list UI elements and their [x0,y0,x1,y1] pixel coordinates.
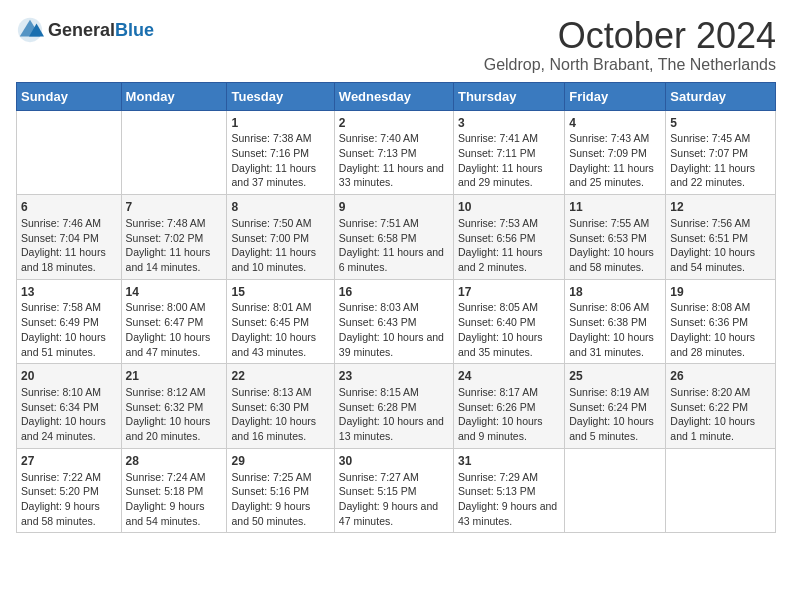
day-number: 11 [569,199,661,216]
day-info-line: Sunrise: 7:46 AM [21,216,117,231]
day-info-line: Daylight: 10 hours and 47 minutes. [126,330,223,359]
day-info-line: Daylight: 9 hours and 50 minutes. [231,499,329,528]
day-number: 5 [670,115,771,132]
day-info-line: Sunset: 6:45 PM [231,315,329,330]
calendar-header-row: SundayMondayTuesdayWednesdayThursdayFrid… [17,82,776,110]
day-info-line: Sunrise: 7:25 AM [231,470,329,485]
day-info-line: Sunset: 7:04 PM [21,231,117,246]
weekday-header-cell: Wednesday [334,82,453,110]
day-info-line: Sunset: 5:16 PM [231,484,329,499]
calendar-cell [121,110,227,195]
calendar-cell [666,448,776,533]
day-info-line: Daylight: 10 hours and 51 minutes. [21,330,117,359]
calendar-week-row: 6Sunrise: 7:46 AMSunset: 7:04 PMDaylight… [17,195,776,280]
day-info-line: Sunrise: 7:58 AM [21,300,117,315]
day-info-line: Daylight: 10 hours and 31 minutes. [569,330,661,359]
day-info-line: Sunrise: 8:12 AM [126,385,223,400]
day-info-line: Sunset: 6:24 PM [569,400,661,415]
day-info-line: Sunset: 6:53 PM [569,231,661,246]
day-info-line: Daylight: 10 hours and 5 minutes. [569,414,661,443]
calendar-cell [17,110,122,195]
day-number: 29 [231,453,329,470]
day-info-line: Sunset: 6:34 PM [21,400,117,415]
day-info-line: Daylight: 10 hours and 35 minutes. [458,330,560,359]
calendar-cell: 17Sunrise: 8:05 AMSunset: 6:40 PMDayligh… [453,279,564,364]
day-info-line: Daylight: 10 hours and 24 minutes. [21,414,117,443]
calendar-cell: 15Sunrise: 8:01 AMSunset: 6:45 PMDayligh… [227,279,334,364]
calendar-body: 1Sunrise: 7:38 AMSunset: 7:16 PMDaylight… [17,110,776,533]
calendar-cell: 10Sunrise: 7:53 AMSunset: 6:56 PMDayligh… [453,195,564,280]
day-info-line: Daylight: 11 hours and 10 minutes. [231,245,329,274]
calendar-cell: 2Sunrise: 7:40 AMSunset: 7:13 PMDaylight… [334,110,453,195]
day-info-line: Sunset: 6:47 PM [126,315,223,330]
calendar-table: SundayMondayTuesdayWednesdayThursdayFrid… [16,82,776,534]
day-number: 15 [231,284,329,301]
day-info-line: Daylight: 11 hours and 29 minutes. [458,161,560,190]
calendar-cell: 4Sunrise: 7:43 AMSunset: 7:09 PMDaylight… [565,110,666,195]
calendar-cell: 21Sunrise: 8:12 AMSunset: 6:32 PMDayligh… [121,364,227,449]
day-info-line: Daylight: 10 hours and 39 minutes. [339,330,449,359]
day-info-line: Daylight: 9 hours and 43 minutes. [458,499,560,528]
day-info-line: Daylight: 11 hours and 37 minutes. [231,161,329,190]
calendar-cell: 6Sunrise: 7:46 AMSunset: 7:04 PMDaylight… [17,195,122,280]
day-info-line: Daylight: 11 hours and 25 minutes. [569,161,661,190]
day-info-line: Sunset: 6:49 PM [21,315,117,330]
day-info-line: Sunrise: 7:43 AM [569,131,661,146]
day-info-line: Sunset: 6:56 PM [458,231,560,246]
day-info-line: Sunrise: 7:40 AM [339,131,449,146]
day-number: 22 [231,368,329,385]
calendar-cell: 12Sunrise: 7:56 AMSunset: 6:51 PMDayligh… [666,195,776,280]
day-info-line: Daylight: 10 hours and 58 minutes. [569,245,661,274]
day-number: 27 [21,453,117,470]
day-number: 14 [126,284,223,301]
day-number: 30 [339,453,449,470]
day-info-line: Sunset: 6:30 PM [231,400,329,415]
day-number: 21 [126,368,223,385]
day-info-line: Sunset: 6:51 PM [670,231,771,246]
logo-blue-text: Blue [115,20,154,41]
day-info-line: Sunrise: 7:29 AM [458,470,560,485]
logo-icon [16,16,44,44]
day-number: 24 [458,368,560,385]
main-title: October 2024 [484,16,776,56]
day-number: 28 [126,453,223,470]
calendar-cell: 5Sunrise: 7:45 AMSunset: 7:07 PMDaylight… [666,110,776,195]
day-info-line: Sunset: 5:20 PM [21,484,117,499]
day-info-line: Sunset: 7:02 PM [126,231,223,246]
day-info-line: Sunset: 6:58 PM [339,231,449,246]
day-info-line: Sunrise: 8:17 AM [458,385,560,400]
day-info-line: Sunrise: 7:48 AM [126,216,223,231]
calendar-week-row: 1Sunrise: 7:38 AMSunset: 7:16 PMDaylight… [17,110,776,195]
day-number: 2 [339,115,449,132]
logo-general-text: General [48,20,115,41]
day-info-line: Sunrise: 7:55 AM [569,216,661,231]
day-info-line: Sunset: 5:18 PM [126,484,223,499]
day-info-line: Sunrise: 8:19 AM [569,385,661,400]
day-number: 9 [339,199,449,216]
day-info-line: Sunset: 5:13 PM [458,484,560,499]
day-number: 4 [569,115,661,132]
weekday-header-cell: Thursday [453,82,564,110]
subtitle: Geldrop, North Brabant, The Netherlands [484,56,776,74]
day-info-line: Daylight: 10 hours and 16 minutes. [231,414,329,443]
day-number: 17 [458,284,560,301]
day-info-line: Sunset: 7:09 PM [569,146,661,161]
day-info-line: Sunrise: 8:03 AM [339,300,449,315]
calendar-cell: 9Sunrise: 7:51 AMSunset: 6:58 PMDaylight… [334,195,453,280]
calendar-cell: 14Sunrise: 8:00 AMSunset: 6:47 PMDayligh… [121,279,227,364]
page-header: General Blue October 2024 Geldrop, North… [16,16,776,74]
day-number: 16 [339,284,449,301]
day-info-line: Daylight: 11 hours and 22 minutes. [670,161,771,190]
calendar-cell: 7Sunrise: 7:48 AMSunset: 7:02 PMDaylight… [121,195,227,280]
day-number: 8 [231,199,329,216]
day-info-line: Daylight: 11 hours and 2 minutes. [458,245,560,274]
calendar-cell: 29Sunrise: 7:25 AMSunset: 5:16 PMDayligh… [227,448,334,533]
day-info-line: Sunrise: 7:51 AM [339,216,449,231]
day-info-line: Sunset: 6:32 PM [126,400,223,415]
day-info-line: Daylight: 9 hours and 54 minutes. [126,499,223,528]
day-info-line: Sunrise: 8:06 AM [569,300,661,315]
day-info-line: Sunset: 6:36 PM [670,315,771,330]
day-number: 19 [670,284,771,301]
calendar-cell: 24Sunrise: 8:17 AMSunset: 6:26 PMDayligh… [453,364,564,449]
day-number: 26 [670,368,771,385]
